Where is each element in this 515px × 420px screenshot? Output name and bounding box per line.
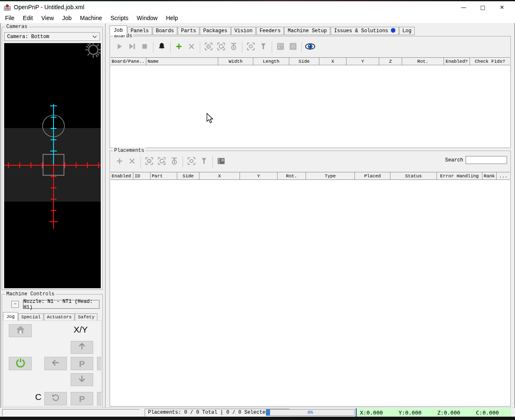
col-y[interactable]: Y <box>347 58 379 65</box>
camera-view[interactable] <box>4 43 101 288</box>
col-length[interactable]: Length <box>253 58 289 65</box>
position-camera-button[interactable] <box>185 156 198 168</box>
start-job-button[interactable] <box>113 41 126 53</box>
menu-scripts[interactable]: Scripts <box>106 13 133 23</box>
menu-edit[interactable]: Edit <box>19 13 37 23</box>
stop-job-button[interactable] <box>138 41 151 53</box>
notifications-button[interactable] <box>156 41 168 53</box>
tab-log[interactable]: Log <box>399 27 415 35</box>
col-width[interactable]: Width <box>218 58 253 65</box>
remove-placement-button[interactable] <box>126 156 138 168</box>
col-name[interactable]: Name <box>146 58 218 65</box>
tab-packages[interactable]: Packages <box>200 27 231 35</box>
col-x[interactable]: X <box>199 172 240 179</box>
maximize-button[interactable]: □ <box>473 1 492 13</box>
check-fiducials-eye-button[interactable] <box>304 41 316 53</box>
power-button[interactable] <box>9 357 32 370</box>
edit-placement-feeder-button[interactable] <box>215 156 227 168</box>
menu-machine[interactable]: Machine <box>76 13 106 23</box>
panel-splitter[interactable] <box>105 23 106 407</box>
menu-help[interactable]: Help <box>162 13 182 23</box>
tab-safety[interactable]: Safety <box>75 313 97 320</box>
boards-toolbar <box>113 41 316 54</box>
col-error-handling[interactable]: Error Handling <box>437 172 482 179</box>
step-job-button[interactable] <box>126 41 138 53</box>
jog-y-minus-button[interactable] <box>71 373 93 386</box>
col-placed[interactable]: Placed <box>355 172 390 179</box>
statusbar: Placements: 0 / 0 Total | 0 / 0 Selected… <box>0 407 515 417</box>
capture-tool-location-button[interactable] <box>168 156 181 168</box>
placements-table-body[interactable] <box>110 180 510 406</box>
add-placement-button[interactable] <box>113 156 126 168</box>
arrow-down-icon <box>77 374 87 385</box>
titlebar[interactable]: OpenPnP - Untitled.job.xml — □ ✕ <box>0 1 515 13</box>
jog-x-plus-button[interactable] <box>97 357 102 370</box>
search-input[interactable] <box>466 156 507 164</box>
col-rank[interactable]: Rank <box>482 172 497 179</box>
menu-view[interactable]: View <box>37 13 58 23</box>
capture-tool-location-button[interactable] <box>227 41 240 53</box>
close-button[interactable]: ✕ <box>492 1 512 13</box>
menu-window[interactable]: Window <box>133 13 162 23</box>
jog-x-minus-button[interactable] <box>44 357 67 370</box>
add-board-button[interactable] <box>173 41 185 53</box>
minimize-button[interactable]: — <box>454 1 473 13</box>
position-camera-button[interactable] <box>245 41 257 53</box>
tab-boards[interactable]: Boards <box>153 27 177 35</box>
nozzle-selector-dropdown[interactable]: Nozzle: N1 - NT1 (Head: H1) <box>23 300 99 309</box>
capture-camera-location-button[interactable] <box>202 41 215 53</box>
col-board-panel[interactable]: Board/Pane... <box>110 58 146 65</box>
position-tool-button[interactable] <box>198 156 210 168</box>
col-part[interactable]: Part <box>150 172 177 179</box>
col-rot[interactable]: Rot. <box>278 172 306 179</box>
camera-image <box>4 43 101 288</box>
col-side[interactable]: Side <box>177 172 199 179</box>
col-type[interactable]: Type <box>306 172 355 179</box>
capture-camera-rotation-button[interactable] <box>215 41 227 53</box>
tab-job[interactable]: Job <box>110 26 127 35</box>
remove-board-button[interactable] <box>185 41 198 53</box>
col-side[interactable]: Side <box>289 58 319 65</box>
col-status[interactable]: Status <box>390 172 437 179</box>
tab-vision[interactable]: Vision <box>231 27 256 35</box>
capture-camera-location-button[interactable] <box>143 156 156 168</box>
position-tool-button[interactable] <box>257 41 270 53</box>
tab-issues-solutions[interactable]: Issues & Solutions <box>331 27 399 35</box>
tab-machine-setup[interactable]: Machine Setup <box>284 27 330 35</box>
col-y[interactable]: Y <box>240 172 278 179</box>
placements-panel: Placements Search Enabled ID Part Side X <box>110 151 511 407</box>
tab-parts[interactable]: Parts <box>178 27 199 35</box>
col-check-fids[interactable]: Check Fids? <box>470 58 510 65</box>
tab-feeders[interactable]: Feeders <box>256 27 284 35</box>
menu-file[interactable]: File <box>1 13 19 23</box>
col-more[interactable]: ... <box>497 172 510 179</box>
rotate-cw-button[interactable] <box>97 392 102 405</box>
park-xy-button[interactable]: P <box>71 357 93 370</box>
park-c-button[interactable]: P <box>71 392 93 405</box>
capture-camera-rotate-icon <box>217 42 226 53</box>
jog-y-plus-button[interactable] <box>71 341 93 354</box>
toolbar-separator <box>301 42 302 53</box>
status-message-field <box>2 409 140 416</box>
col-z[interactable]: Z <box>379 58 402 65</box>
rotate-ccw-button[interactable] <box>44 392 67 405</box>
col-rot[interactable]: Rot. <box>402 58 444 65</box>
boards-table-body[interactable] <box>110 65 510 147</box>
two-up-board-button[interactable] <box>274 41 287 53</box>
tab-actuators[interactable]: Actuators <box>44 313 74 320</box>
cameras-panel: Cameras Camera: Bottom <box>2 27 103 290</box>
capture-camera-rotation-button[interactable] <box>156 156 168 168</box>
col-enabled[interactable]: Enabled <box>110 172 133 179</box>
col-x[interactable]: X <box>319 58 347 65</box>
menu-job[interactable]: Job <box>58 13 76 23</box>
home-button[interactable] <box>9 324 32 337</box>
camera-selector-dropdown[interactable]: Camera: Bottom <box>4 32 100 41</box>
placements-table-header[interactable]: Enabled ID Part Side X Y Rot. Type Place… <box>110 172 510 180</box>
boards-table-header[interactable]: Board/Pane... Name Width Length Side X Y… <box>110 57 510 65</box>
col-enabled[interactable]: Enabled? <box>444 58 470 65</box>
fiducial-check-button[interactable] <box>287 41 299 53</box>
tab-jog[interactable]: Jog <box>3 312 18 320</box>
tab-special[interactable]: Special <box>18 313 43 320</box>
col-id[interactable]: ID <box>133 172 150 179</box>
collapse-button[interactable]: − <box>11 301 19 308</box>
